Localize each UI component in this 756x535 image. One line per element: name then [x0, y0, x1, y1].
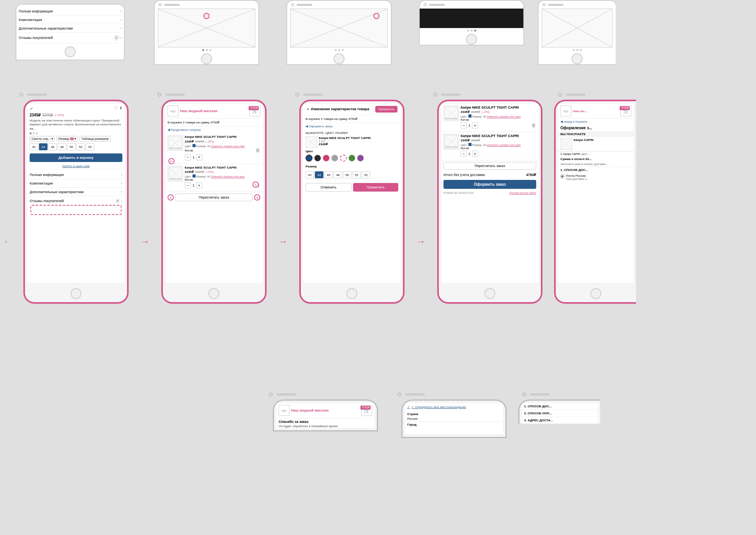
size-50[interactable]: 50 — [67, 143, 76, 150]
size-44[interactable]: 44 — [315, 171, 323, 178]
menu-bundle[interactable]: Комплектация › — [30, 179, 122, 188]
qty-minus[interactable]: − — [461, 122, 467, 128]
menu-chars[interactable]: Дополнительные характеристики › — [30, 188, 122, 196]
checkout-title: Оформление з... — [558, 125, 634, 131]
home-button[interactable] — [484, 288, 495, 299]
qty-plus[interactable]: + — [196, 154, 202, 160]
sum-label: Сумма к оплате бе... — [558, 156, 634, 162]
home-button[interactable] — [65, 46, 76, 57]
menu-item-reviews[interactable]: Отзывы покупателей 7 › — [19, 33, 122, 43]
back-link[interactable]: ◀ назад в Корзине — [558, 119, 634, 125]
color-purple[interactable] — [357, 155, 364, 162]
trash-icon[interactable]: 🗑 — [532, 123, 536, 128]
dot — [342, 49, 344, 51]
qty-plus[interactable]: + — [472, 151, 478, 157]
size-52a[interactable]: 52 — [76, 143, 85, 150]
size-52a[interactable]: 52 — [352, 171, 361, 178]
home-button[interactable] — [572, 53, 583, 64]
buy-one-click-link[interactable]: Купить в один клик — [30, 164, 122, 168]
change-link[interactable]: Изменить размер или цвет — [211, 145, 245, 148]
home-button[interactable] — [71, 288, 81, 299]
dot — [471, 30, 473, 32]
color-gray[interactable] — [331, 155, 338, 162]
full-version-link[interactable]: Полная версия сайта — [509, 192, 536, 194]
share-icon[interactable]: ⬆ — [119, 106, 122, 111]
dot — [33, 132, 35, 134]
home-button[interactable] — [208, 288, 219, 299]
qty-minus[interactable]: − — [185, 154, 191, 160]
size-42[interactable]: 42 — [306, 171, 314, 178]
heart-icon[interactable]: ♡ — [114, 106, 118, 111]
size-52b[interactable]: 52 — [86, 143, 94, 150]
product-photo-2: product photo — [168, 166, 183, 181]
change-link[interactable]: Изменить размер или цвет — [487, 144, 521, 146]
price-row: 2345₽ 3345₽ (-15%) — [30, 113, 122, 117]
locate-me-link[interactable]: ✓ ✓ Определить мое местонахождение — [405, 403, 503, 411]
qty-minus[interactable]: − — [461, 151, 467, 157]
color-dropdown[interactable]: Светло-сер... ▾ — [30, 136, 55, 142]
cart-icon-wrapper-ty: 🛒 4750₽ — [361, 405, 372, 416]
home-button[interactable] — [346, 288, 357, 299]
size-table-btn[interactable]: Таблица размеров — [79, 136, 110, 142]
color-empty[interactable] — [340, 155, 347, 162]
home-button[interactable] — [201, 53, 212, 64]
trash-icon[interactable]: 🗑 — [256, 148, 260, 153]
menu-reviews[interactable]: Отзывы покупателей 7 › — [30, 196, 122, 206]
dot — [30, 132, 32, 134]
color-black[interactable] — [314, 155, 321, 162]
order-item-1: product photo Капри NIKE SCULPT TIGHT CA… — [441, 104, 539, 132]
apply-button-top[interactable]: Применить — [375, 106, 397, 113]
size-42[interactable]: 42 — [30, 143, 38, 150]
home-button[interactable] — [466, 34, 477, 45]
item-info-2: Капри NIKE SCULPT TIGHT CAPRI 2345₽ 3345… — [461, 134, 536, 158]
back-icon[interactable]: ✓ — [30, 106, 34, 111]
size-46[interactable]: 46 — [324, 171, 333, 178]
dark-header — [420, 9, 523, 28]
color-blue[interactable] — [306, 155, 313, 162]
apply-button-bottom[interactable]: Применить — [353, 183, 398, 192]
size-48[interactable]: 48 — [58, 143, 66, 150]
product-photo-4: product photo — [443, 134, 459, 150]
qty-minus[interactable]: − — [185, 182, 191, 188]
item-details: Цвет: Размер: 44 Изменить размер или цве… — [185, 144, 260, 148]
add-to-cart-button[interactable]: Добавить в корзину — [30, 153, 122, 162]
qty-label: Кол-во — [185, 149, 193, 152]
size-52b[interactable]: 52 — [362, 171, 370, 178]
recalc-button[interactable]: Пересчитать заказ — [443, 162, 536, 170]
home-button[interactable] — [334, 53, 344, 64]
chevron-icon: › — [121, 172, 122, 177]
menu-full-info[interactable]: Полная информация › — [30, 171, 122, 179]
recalc-button[interactable]: Пересчитать заказ — [175, 194, 253, 201]
size-46[interactable]: 46 — [48, 143, 57, 150]
qty-plus[interactable]: + — [196, 182, 202, 188]
size-50[interactable]: 50 — [343, 171, 352, 178]
checkout-button[interactable]: Оформить заказ — [443, 180, 536, 189]
checkout-link[interactable]: ◀ Оформить заказ — [303, 123, 401, 130]
menu-item-chars[interactable]: Дополнительные характеристики › — [19, 24, 122, 33]
modal-item-info: Капри NIKE SCULPT TIGHT CAPRI 1 шт. 2345… — [319, 136, 371, 146]
size-section-label: Размер — [303, 163, 401, 170]
menu-item-bundle[interactable]: Комплектация › — [19, 16, 122, 24]
change-link[interactable]: Изменить размер или цвет — [211, 175, 245, 178]
country-label: Страна — [405, 411, 503, 416]
color-pink[interactable] — [323, 155, 330, 162]
change-link[interactable]: Изменить размер или цвет — [487, 115, 521, 118]
subtotal-label: Итого без учета доставки: — [443, 173, 486, 177]
phone-frame-3: ✕ Изменение характеристик товара Примени… — [299, 100, 404, 304]
menu-item-info[interactable]: Полная информация › — [19, 7, 122, 16]
arrow-3: → — [416, 228, 426, 247]
close-icon[interactable]: ✕ — [306, 107, 309, 111]
size-44-selected[interactable]: 44 — [39, 143, 48, 150]
radio-btn[interactable] — [560, 174, 564, 178]
cancel-button[interactable]: Отменить — [306, 183, 352, 192]
size-48[interactable]: 48 — [334, 171, 342, 178]
color-green[interactable] — [348, 155, 355, 162]
cart-badge-partial: 4750₽ — [620, 106, 630, 110]
phone-row-2: › ✓ ♡ ⬆ — [0, 90, 756, 385]
qty-plus[interactable]: + — [472, 122, 478, 128]
home-button[interactable] — [590, 288, 601, 299]
size-dropdown[interactable]: Размер 2 ▾ — [57, 136, 78, 142]
continue-shopping-link[interactable]: ◀ Продолжить покупки — [165, 127, 263, 133]
phone-row-3: logo Наш модный магазин 🛒 4750₽ Спасибо … — [0, 385, 756, 535]
city-field[interactable] — [405, 427, 503, 435]
